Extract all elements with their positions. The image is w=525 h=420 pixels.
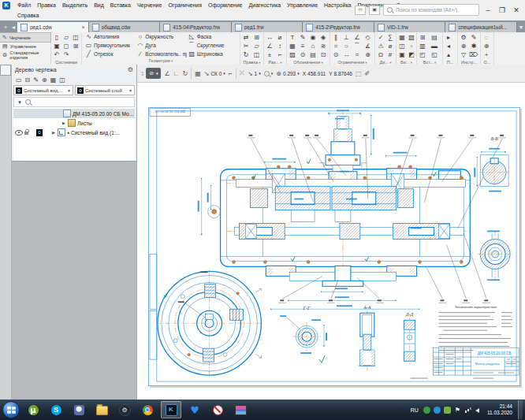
toolbar-icon[interactable]: ◰ (418, 50, 427, 59)
zoom-tool[interactable]: ▾ (264, 71, 274, 76)
toolbar-icon[interactable]: ▣ (397, 50, 407, 59)
flag-tray-icon[interactable] (454, 407, 461, 414)
taskbar-app-explorer[interactable] (92, 402, 111, 418)
rectangle-button[interactable]: ▭ Прямоугольник (84, 41, 135, 50)
tree-toolbar-icon[interactable]: ◫ (59, 76, 65, 84)
taskbar-app-kompas[interactable] (161, 401, 181, 418)
toolbar-handle[interactable]: ⁞⁞ (141, 70, 143, 77)
toolbar-icon[interactable]: ≡ (298, 42, 307, 50)
mode-management[interactable]: ▤ Управление (0, 42, 50, 50)
tab-scroll-left-icon[interactable]: ◂ (9, 22, 17, 32)
start-button[interactable] (2, 401, 20, 418)
taskbar-app-utorrent[interactable] (24, 402, 43, 418)
tree-toolbar-icon[interactable]: ✎ (33, 76, 39, 84)
layers-panel-icon[interactable] (1, 98, 10, 108)
pick-icon[interactable]: ✐ (365, 70, 370, 77)
taskbar-app-blocked[interactable] (208, 402, 227, 418)
menu-item[interactable]: Управление (284, 2, 321, 8)
history-panel-icon[interactable] (1, 110, 10, 119)
menu-item[interactable]: Правка (34, 2, 59, 8)
drawing-canvas[interactable]: ДМ 415-05.20.00 СБ (137, 83, 525, 400)
toolbar-icon[interactable]: ▱ (61, 33, 71, 42)
toolbar-icon[interactable]: Ω (376, 50, 385, 59)
menu-item[interactable]: Настройка (321, 2, 354, 8)
toolbar-icon[interactable]: ◫ (397, 42, 407, 50)
toolbar-icon[interactable]: ⊕ (363, 50, 373, 59)
toolbar-icon[interactable]: ◇ (363, 33, 373, 42)
volume-tray-icon[interactable] (475, 407, 482, 414)
tree-item-system-view[interactable]: 0 ▶ ● Системный вид (1:... (13, 128, 135, 137)
toolbar-icon[interactable]: ⚙ (459, 33, 468, 42)
toolbar-icon[interactable]: ⊙ (298, 50, 307, 59)
close-button[interactable]: ✕ (511, 6, 522, 15)
toolbar-icon[interactable]: ⊡ (318, 50, 328, 59)
toolbar-icon[interactable]: ✓ (376, 33, 385, 42)
toolbar-icon[interactable]: ⌂ (308, 42, 318, 50)
lock-icon[interactable] (24, 132, 28, 135)
toolbar-icon[interactable]: ⇄ (241, 33, 251, 42)
toolbar-icon[interactable]: ⚠ (376, 42, 385, 50)
toolbar-icon[interactable]: ↔ (265, 33, 274, 42)
toolbar-icon[interactable]: ± (265, 50, 274, 59)
toolbar-icon[interactable]: ◻ (61, 42, 71, 50)
document-tab[interactable]: общвид.cdw (89, 22, 161, 32)
toolbar-icon[interactable]: ↕ (275, 42, 285, 50)
signal-tray-icon[interactable] (464, 407, 471, 414)
toolbar-icon[interactable]: ▴ (444, 50, 453, 59)
toolbar-icon[interactable]: ✂ (241, 42, 251, 50)
toolbar-icon[interactable]: ⌦ (469, 50, 478, 59)
toolbar-icon[interactable]: ⊗ (459, 42, 468, 50)
mode-drawing[interactable]: ✎ Черчение (0, 33, 50, 42)
document-tab[interactable]: 415-2\Редуктор.frw (303, 22, 374, 32)
toolbar-icon[interactable]: ↻ (241, 50, 251, 59)
toolbar-icon[interactable]: ○ (342, 42, 352, 50)
tab-close-icon[interactable]: × (79, 24, 84, 30)
expand-icon[interactable]: ▶ (62, 121, 66, 125)
hatch-button[interactable]: ▨ Штриховка (187, 50, 238, 58)
segment-button[interactable]: ╱ Отрезок (84, 50, 135, 58)
taskbar-app-discord[interactable] (69, 402, 88, 418)
new-tab-button[interactable]: + (2, 22, 9, 32)
menu-item[interactable]: Диагностика (246, 2, 285, 8)
delete-tool-button[interactable]: ⊘▾ (146, 68, 161, 79)
gear-icon[interactable]: ⚙ (128, 66, 133, 73)
toolbar-icon[interactable]: ◫ (71, 33, 80, 42)
taskbar-app-health[interactable] (185, 402, 204, 418)
antivirus-tray-icon[interactable] (423, 407, 430, 414)
toolbar-icon[interactable]: ⊞ (418, 33, 427, 42)
circle-button[interactable]: ○ Окружность (135, 32, 186, 41)
taskbar-app-steam[interactable] (115, 402, 134, 418)
toolbar-icon[interactable]: ◉ (308, 33, 318, 42)
toolbar-icon[interactable]: ⌀ (385, 42, 395, 50)
taskbar-app-skype[interactable] (47, 402, 65, 418)
toolbar-icon[interactable]: ▣ (52, 42, 61, 50)
toolbar-icon[interactable]: ∑ (385, 33, 395, 42)
expand-icon[interactable]: ▶ (52, 130, 56, 135)
tab-list-icon[interactable]: ▾ (517, 22, 525, 32)
tree-item-sheets[interactable]: ▶ Листы (13, 118, 135, 128)
snap-icon[interactable]: ⤫ (240, 69, 244, 77)
toolbar-icon[interactable]: ✱ (469, 42, 478, 50)
parameters-panel-icon[interactable] (1, 76, 10, 86)
corner-icon[interactable]: ⌐ (229, 70, 233, 77)
toolbar-icon[interactable]: ↔ (342, 50, 352, 59)
toolbar-icon[interactable]: ◈ (318, 33, 328, 42)
toolbar-icon[interactable]: ∠ (265, 42, 274, 50)
toolbar-icon[interactable]: ⊞ (71, 42, 80, 50)
menu-item[interactable]: Черчение (134, 2, 166, 8)
show-desktop-button[interactable] (518, 400, 523, 419)
menu-item[interactable]: Ограничения (165, 2, 205, 8)
toolbar-icon[interactable]: ▫ (407, 42, 416, 50)
tree-toolbar-icon[interactable]: ▭ (16, 76, 22, 84)
view-select[interactable]: ↘1▾ (248, 70, 261, 77)
menu-item[interactable]: Вид (91, 2, 107, 8)
toolbar-icon[interactable]: ▦ (288, 42, 297, 50)
toolbar-icon[interactable]: # (385, 50, 395, 59)
taskbar-clock[interactable]: 21:44 11.03.2020 (485, 403, 515, 416)
ortho-icon[interactable]: ∟ (173, 70, 180, 77)
mode-standard-parts[interactable]: ⚙ Стандартные изделия (0, 50, 50, 60)
toolbar-icon[interactable]: ↷ (61, 50, 71, 59)
toolbar-icon[interactable]: ▤ (430, 33, 439, 42)
document-tab[interactable]: 415-04\Редуктор.frw (160, 22, 232, 32)
toolbar-icon[interactable]: ⌀ (275, 33, 285, 42)
